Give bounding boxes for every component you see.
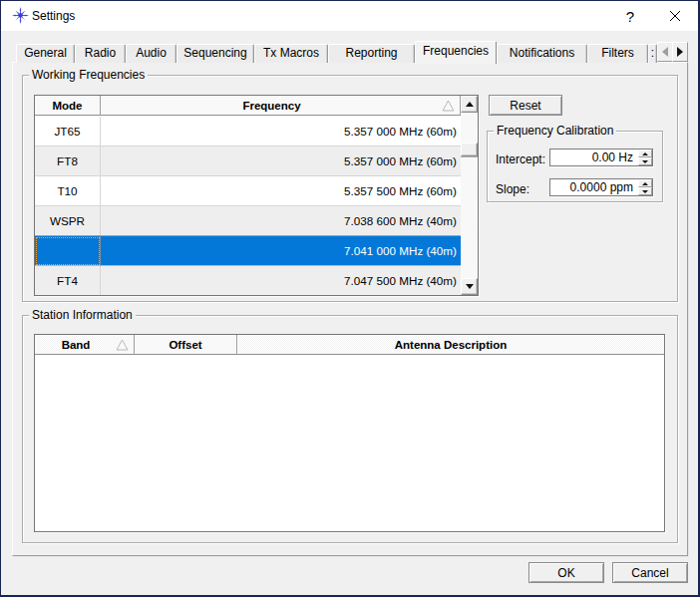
table-row[interactable]: FT4 7.047 500 MHz (40m) [35, 266, 461, 296]
cell-frequency[interactable]: 7.041 000 MHz (40m) [101, 236, 461, 266]
slope-spin-down[interactable] [638, 187, 652, 195]
spin-down-icon [642, 160, 648, 163]
cell-mode-current[interactable] [35, 236, 101, 266]
cell-mode[interactable]: JT65 [35, 117, 101, 147]
table-row-selected[interactable]: 7.041 000 MHz (40m) [35, 236, 461, 266]
sort-indicator-band [116, 339, 129, 351]
cancel-button[interactable]: Cancel [612, 562, 688, 583]
cell-frequency[interactable]: 7.038 600 MHz (40m) [101, 206, 461, 236]
scroll-down-icon [466, 284, 474, 289]
column-header-antenna-label: Antenna Description [395, 339, 507, 351]
intercept-spin-down[interactable] [638, 157, 652, 165]
tab-reporting[interactable]: Reporting [328, 44, 415, 63]
tab-scroll-right-button[interactable] [672, 42, 688, 62]
tab-tx-macros[interactable]: Tx Macros [254, 44, 328, 63]
tab-filters[interactable]: Filters [587, 44, 648, 63]
scrollbar-up-button[interactable] [461, 96, 478, 113]
column-header-band[interactable]: Band [35, 335, 135, 355]
column-header-frequency[interactable]: Frequency [101, 96, 461, 116]
slope-value[interactable]: 0.0000 ppm [550, 179, 636, 195]
intercept-spin-up[interactable] [638, 149, 652, 157]
tab-scroll-left-icon [662, 47, 668, 57]
tab-scroll-left-button[interactable] [657, 42, 673, 62]
frequency-calibration-label: Frequency Calibration [494, 125, 616, 137]
tab-audio[interactable]: Audio [126, 44, 176, 63]
column-header-frequency-label: Frequency [242, 100, 300, 112]
dialog-frame: Settings ? General Radio Audio Sequencin… [1, 1, 698, 595]
working-frequencies-label: Working Frequencies [29, 69, 148, 81]
cell-mode[interactable]: FT4 [35, 266, 101, 296]
window-title: Settings [32, 9, 75, 23]
scrollbar-thumb[interactable] [461, 143, 478, 156]
tab-general[interactable]: General [16, 44, 75, 63]
app-icon [12, 7, 29, 24]
ok-button[interactable]: OK [528, 562, 604, 583]
slope-label: Slope: [496, 182, 529, 196]
table-row[interactable]: JT65 5.357 000 MHz (60m) [35, 117, 461, 147]
tab-scroll-right-icon [677, 47, 683, 57]
help-button[interactable]: ? [615, 1, 645, 31]
column-header-antenna[interactable]: Antenna Description [237, 335, 664, 355]
column-header-mode[interactable]: Mode [35, 96, 101, 116]
intercept-spin-buttons [638, 149, 652, 165]
column-header-mode-label: Mode [52, 100, 82, 112]
station-information-label: Station Information [29, 309, 136, 321]
title-bar: Settings ? [1, 1, 698, 31]
spin-down-icon [642, 190, 648, 193]
station-information-table: Band Offset Antenna Description [34, 334, 665, 532]
table-row[interactable]: FT8 5.357 000 MHz (60m) [35, 147, 461, 176]
help-icon: ? [626, 8, 634, 25]
tab-overflow-partial[interactable]: : [648, 44, 657, 63]
tab-sequencing[interactable]: Sequencing [176, 44, 254, 63]
intercept-spinbox[interactable]: 0.00 Hz [549, 149, 653, 166]
slope-spin-buttons [638, 179, 652, 195]
column-header-offset[interactable]: Offset [135, 335, 237, 355]
cell-frequency[interactable]: 7.047 500 MHz (40m) [101, 266, 461, 296]
close-icon [669, 10, 681, 22]
scroll-up-icon [466, 102, 474, 107]
intercept-value[interactable]: 0.00 Hz [550, 149, 636, 165]
tab-frequencies[interactable]: Frequencies [415, 41, 497, 64]
frequencies-table: Mode Frequency JT65 5.357 000 MHz (60m) … [34, 95, 479, 296]
station-table-body[interactable] [35, 355, 664, 531]
reset-button[interactable]: Reset [489, 95, 562, 116]
slope-spinbox[interactable]: 0.0000 ppm [549, 178, 653, 196]
sort-indicator-frequency [442, 100, 455, 112]
tab-notifications[interactable]: Notifications [497, 44, 587, 63]
close-button[interactable] [660, 1, 690, 31]
intercept-label: Intercept: [496, 152, 545, 166]
tab-radio[interactable]: Radio [75, 44, 126, 63]
spin-up-icon [642, 182, 648, 185]
cell-mode[interactable]: FT8 [35, 147, 101, 176]
cell-frequency[interactable]: 5.357 500 MHz (60m) [101, 176, 461, 206]
cell-mode[interactable]: WSPR [35, 206, 101, 236]
scrollbar-down-button[interactable] [461, 278, 478, 295]
vertical-scrollbar[interactable] [461, 96, 478, 295]
spin-up-icon [642, 152, 648, 155]
table-row[interactable]: WSPR 7.038 600 MHz (40m) [35, 206, 461, 236]
column-header-band-label: Band [62, 339, 91, 351]
slope-spin-up[interactable] [638, 179, 652, 187]
column-header-offset-label: Offset [169, 339, 201, 351]
cell-mode[interactable]: T10 [35, 176, 101, 206]
cell-frequency[interactable]: 5.357 000 MHz (60m) [101, 117, 461, 147]
table-row[interactable]: T10 5.357 500 MHz (60m) [35, 176, 461, 206]
cell-frequency[interactable]: 5.357 000 MHz (60m) [101, 147, 461, 176]
settings-window: Settings ? General Radio Audio Sequencin… [0, 0, 700, 597]
